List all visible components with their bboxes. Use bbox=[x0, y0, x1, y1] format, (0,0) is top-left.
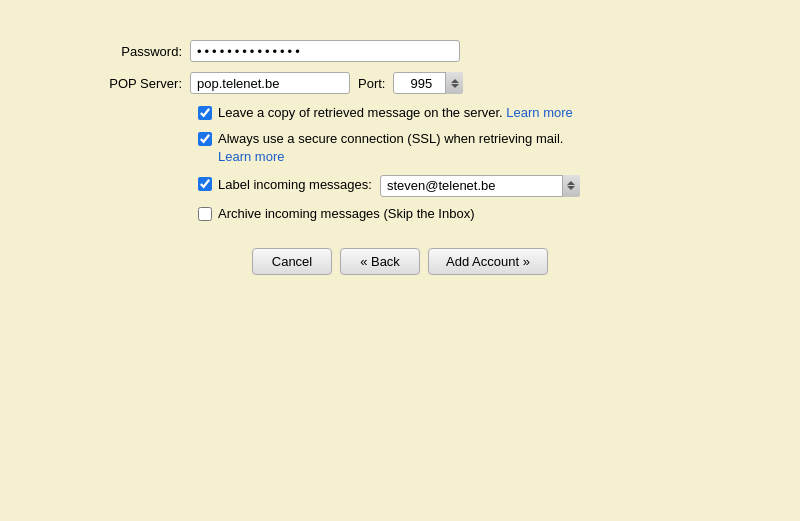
checkbox-ssl-row: Always use a secure connection (SSL) whe… bbox=[90, 130, 710, 166]
checkbox-label-row: Label incoming messages: steven@telenet.… bbox=[90, 175, 710, 197]
checkbox-archive-text: Archive incoming messages (Skip the Inbo… bbox=[218, 205, 475, 223]
checkbox-archive-row: Archive incoming messages (Skip the Inbo… bbox=[90, 205, 710, 223]
learn-more-link-1[interactable]: Learn more bbox=[506, 105, 572, 120]
pop-server-select-wrapper bbox=[190, 72, 350, 94]
pop-server-row: POP Server: Port: bbox=[90, 72, 710, 94]
checkbox-label[interactable] bbox=[198, 177, 212, 191]
password-row: Password: bbox=[90, 40, 710, 62]
checkbox-ssl-text: Always use a secure connection (SSL) whe… bbox=[218, 130, 563, 166]
account-setup-form: Password: POP Server: Port: Leave a copy… bbox=[90, 20, 710, 295]
back-button[interactable]: « Back bbox=[340, 248, 420, 275]
checkbox-copy[interactable] bbox=[198, 106, 212, 120]
password-input[interactable] bbox=[190, 40, 460, 62]
label-select-wrapper: steven@telenet.be bbox=[380, 175, 580, 197]
add-account-button[interactable]: Add Account » bbox=[428, 248, 548, 275]
label-select[interactable]: steven@telenet.be bbox=[380, 175, 580, 197]
buttons-row: Cancel « Back Add Account » bbox=[90, 248, 710, 275]
password-label: Password: bbox=[90, 44, 190, 59]
checkbox-archive[interactable] bbox=[198, 207, 212, 221]
checkbox-copy-text: Leave a copy of retrieved message on the… bbox=[218, 104, 573, 122]
port-input[interactable] bbox=[393, 72, 463, 94]
checkbox-copy-row: Leave a copy of retrieved message on the… bbox=[90, 104, 710, 122]
checkbox-label-text: Label incoming messages: steven@telenet.… bbox=[218, 175, 580, 197]
port-stepper-wrapper bbox=[393, 72, 463, 94]
pop-server-input[interactable] bbox=[190, 72, 350, 94]
checkbox-ssl[interactable] bbox=[198, 132, 212, 146]
pop-server-label: POP Server: bbox=[90, 76, 190, 91]
learn-more-link-2[interactable]: Learn more bbox=[218, 149, 284, 164]
port-label: Port: bbox=[358, 76, 385, 91]
cancel-button[interactable]: Cancel bbox=[252, 248, 332, 275]
